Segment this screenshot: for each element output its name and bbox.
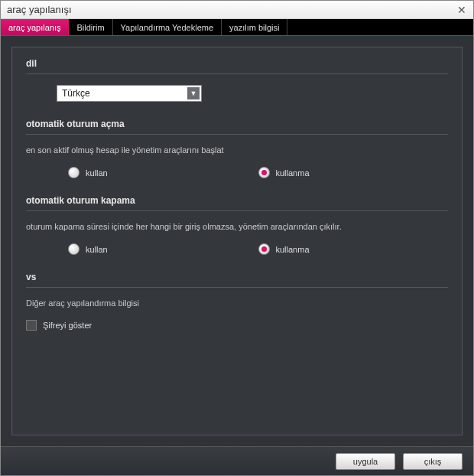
radio-auto-login-use[interactable] <box>68 167 80 178</box>
tab-notification[interactable]: Bildirim <box>69 19 112 35</box>
section-title-auto-login: otomatik oturum açma <box>26 119 448 135</box>
section-language: dil Türkçe ▼ <box>26 58 448 102</box>
content-area: dil Türkçe ▼ otomatik oturum açma en son… <box>1 36 473 446</box>
checkbox-label-show-password: Şifreyi göster <box>43 321 92 330</box>
section-title-misc: vs <box>26 272 448 288</box>
auto-login-radio-row: kullan kullanma <box>26 167 448 178</box>
checkbox-show-password[interactable] <box>26 320 37 331</box>
tab-bar: araç yapılanış Bildirim Yapılandırma Yed… <box>1 19 473 36</box>
auto-logout-desc: oturum kapama süresi içinde her hangi bi… <box>26 222 448 231</box>
button-label: çıkış <box>424 457 442 466</box>
section-auto-logout: otomatik oturum kapama oturum kapama sür… <box>26 195 448 255</box>
close-icon: ✕ <box>457 4 466 16</box>
radio-label-use: kullan <box>86 245 108 254</box>
tab-label: Yapılandırma Yedekleme <box>121 23 214 32</box>
language-select-value: Türkçe <box>62 88 90 99</box>
tab-software-info[interactable]: yazılım bilgisi <box>222 19 287 35</box>
tab-label: yazılım bilgisi <box>229 23 279 32</box>
settings-panel: dil Türkçe ▼ otomatik oturum açma en son… <box>11 47 463 435</box>
radio-auto-logout-dont-use[interactable] <box>258 243 270 255</box>
tab-label: Bildirim <box>76 23 104 32</box>
chevron-down-icon: ▼ <box>187 87 200 99</box>
settings-window: araç yapılanışı ✕ araç yapılanış Bildiri… <box>0 0 474 476</box>
show-password-row: Şifreyi göster <box>26 320 448 331</box>
auto-logout-radio-row: kullan kullanma <box>26 243 448 255</box>
radio-auto-logout-use[interactable] <box>68 243 80 255</box>
footer-bar: uygula çıkış <box>1 446 473 475</box>
auto-login-desc: en son aktif olmuş hesap ile yönetim ara… <box>26 145 448 155</box>
section-title-auto-logout: otomatik oturum kapama <box>26 195 448 211</box>
window-title: araç yapılanışı <box>7 4 72 15</box>
close-button[interactable]: ✕ <box>455 3 469 17</box>
section-misc: vs Diğer araç yapılandırma bilgisi Şifre… <box>26 272 448 331</box>
section-auto-login: otomatik oturum açma en son aktif olmuş … <box>26 119 448 178</box>
button-label: uygula <box>353 457 378 466</box>
titlebar: araç yapılanışı ✕ <box>1 1 473 19</box>
language-select[interactable]: Türkçe ▼ <box>57 85 202 102</box>
radio-label-dont-use: kullanma <box>276 245 310 254</box>
radio-label-use: kullan <box>86 168 108 178</box>
tab-config-backup[interactable]: Yapılandırma Yedekleme <box>113 19 222 35</box>
radio-label-dont-use: kullanma <box>276 168 310 178</box>
tab-label: araç yapılanış <box>8 23 60 32</box>
tab-tool-config[interactable]: araç yapılanış <box>1 19 69 35</box>
apply-button[interactable]: uygula <box>336 453 395 470</box>
misc-desc: Diğer araç yapılandırma bilgisi <box>26 298 448 308</box>
radio-auto-login-dont-use[interactable] <box>258 167 270 178</box>
section-title-language: dil <box>26 58 448 74</box>
exit-button[interactable]: çıkış <box>403 453 463 470</box>
